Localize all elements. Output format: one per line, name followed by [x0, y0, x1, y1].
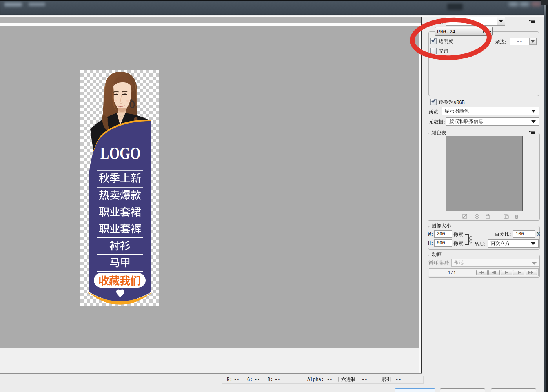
- svg-text:LOGO: LOGO: [100, 144, 141, 163]
